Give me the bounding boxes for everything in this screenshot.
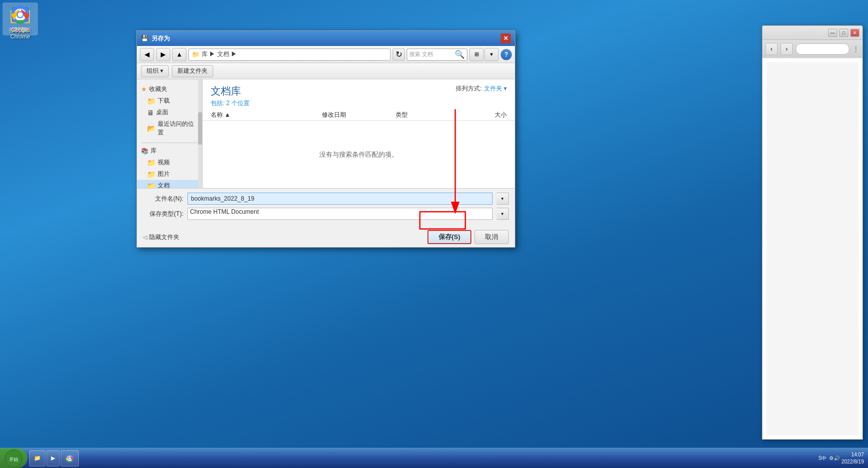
dialog-title-left: 💾 另存为 [141,34,170,43]
help-button[interactable]: ? [501,49,512,60]
file-list: 没有与搜索条件匹配的项。 [203,121,515,188]
filetype-row: 保存类型(T): Chrome HTML Document ▾ [143,208,509,220]
filetype-label: 保存类型(T): [143,210,183,218]
chrome-maximize-btn[interactable]: □ [839,29,848,37]
file-columns: 名称 ▲ 修改日期 类型 大小 [203,110,515,121]
new-folder-label: 新建文件夹 [177,67,208,75]
sidebar: ★ 收藏夹 📁 下载 🖥 桌面 📂 最近访问的位置 [137,79,203,188]
sidebar-item-documents[interactable]: 📁 文档 [137,180,202,188]
dialog-close-button[interactable]: ✕ [501,33,511,43]
address-bar: 📁 库 ▶ 文档 ▶ [188,49,391,61]
chrome-back-btn[interactable]: ‹ [765,43,778,55]
taskbar-clock: 14:07 2022/8/19 [842,451,864,465]
sidebar-item-recent[interactable]: 📂 最近访问的位置 [137,118,202,138]
svg-point-27 [18,12,23,17]
tray-lang: S中 [818,455,827,462]
taskbar-chrome-icon [65,454,74,463]
chrome-titlebar: — □ ✕ [762,26,862,40]
sidebar-separator [141,143,198,143]
desktop: ns 计算机 [0,0,868,468]
desktop-icon-chrome-label: Google Chrome [5,27,36,40]
chrome-forward-btn[interactable]: › [781,43,793,55]
organize-label: 组织 ▾ [147,67,163,75]
filename-input[interactable] [187,193,493,205]
filename-dropdown[interactable]: ▾ [497,193,509,205]
col-type-header[interactable]: 类型 [396,111,470,119]
sidebar-item-download[interactable]: 📁 下载 [137,95,202,107]
chrome-address-bar[interactable] [796,43,849,55]
library-icon: 📚 [141,148,149,155]
taskbar: 开始 📁 ▶ S中 [0,448,868,468]
cancel-button[interactable]: 取消 [474,230,509,244]
sidebar-scrollbar[interactable] [198,79,202,188]
taskbar-tray: S中 ⚙🔊 14:07 2022/8/19 [814,451,868,465]
sidebar-scroll-thumb [198,112,202,145]
address-bar-folder-icon: 📁 [192,51,200,58]
sort-options: 排列方式: 文件夹 ▾ [456,84,507,93]
folder-icon: 📂 [147,124,156,132]
library-title-section: 文档库 包括: 2 个位置 [211,84,250,108]
sidebar-item-documents-label: 文档 [158,181,170,188]
view-button[interactable]: ⊞ [469,48,484,61]
favorites-header[interactable]: ★ 收藏夹 [137,83,202,95]
file-area: 文档库 包括: 2 个位置 排列方式: 文件夹 ▾ 名称 ▲ 修改日期 类型 [203,79,515,188]
toggle-icon: ◁ [143,234,147,241]
desktop-icon-chrome[interactable]: Google Chrome [3,3,38,42]
new-folder-button[interactable]: 新建文件夹 [172,65,213,77]
search-placeholder: 搜索 文档 [409,51,453,58]
view-options: ⊞ ▾ [469,48,499,61]
chrome-content-area [762,58,862,439]
libraries-label: 库 [151,147,157,155]
empty-message: 没有与搜索条件匹配的项。 [319,150,398,159]
clock-date: 2022/8/19 [842,458,864,465]
chrome-close-btn[interactable]: ✕ [850,29,859,37]
col-date-header[interactable]: 修改日期 [322,111,396,119]
sidebar-item-recent-label: 最近访问的位置 [158,120,198,137]
nav-back-button[interactable]: ◀ [140,48,154,61]
col-name-header[interactable]: 名称 ▲ [211,111,322,119]
hide-folders-toggle[interactable]: ◁ 隐藏文件夹 [143,233,179,242]
taskbar-item-media[interactable]: ▶ [46,450,60,466]
nav-forward-button[interactable]: ▶ [156,48,170,61]
search-icon[interactable]: 🔍 [455,50,465,59]
folder-icon: 📁 [147,97,156,105]
chrome-minimize-btn[interactable]: — [828,29,837,37]
col-size-header[interactable]: 大小 [470,111,507,119]
libraries-header[interactable]: 📚 库 [137,145,202,157]
chrome-menu-btn[interactable]: ⋮ [852,45,859,53]
address-bar-text: 库 ▶ 文档 ▶ [202,50,237,59]
taskbar-media-icon: ▶ [51,455,55,461]
chrome-icon [10,5,30,25]
sidebar-item-video-label: 视频 [158,158,170,167]
view-dropdown-button[interactable]: ▾ [485,48,499,61]
save-as-dialog: 💾 另存为 ✕ ◀ ▶ ▲ 📁 库 ▶ 文档 ▶ ↻ 搜索 文档 🔍 ⊞ ▾ ? [136,30,515,248]
folder-icon: 📁 [147,159,156,167]
filetype-select[interactable]: Chrome HTML Document [187,208,493,220]
folder-icon: 🖥 [147,109,154,117]
svg-point-36 [69,457,71,459]
taskbar-start-button[interactable]: 开始 [0,448,27,468]
taskbar-folder-icon: 📁 [34,455,41,461]
sort-link[interactable]: 文件夹 ▾ [484,84,507,93]
taskbar-item-folder[interactable]: 📁 [29,450,45,466]
refresh-button[interactable]: ↻ [393,49,405,61]
sidebar-item-pictures[interactable]: 📁 图片 [137,168,202,180]
sidebar-item-download-label: 下载 [158,97,170,105]
library-subtitle[interactable]: 包括: 2 个位置 [211,100,250,107]
filetype-dropdown[interactable]: ▾ [497,208,509,220]
file-header: 文档库 包括: 2 个位置 排列方式: 文件夹 ▾ [203,79,515,110]
dialog-bottom: 文件名(N): ▾ 保存类型(T): Chrome HTML Document … [137,188,515,227]
taskbar-item-chrome[interactable] [61,450,79,466]
libraries-section: 📚 库 📁 视频 📁 图片 📁 文档 [137,145,202,188]
svg-text:开始: 开始 [9,457,18,462]
organize-button[interactable]: 组织 ▾ [141,65,169,77]
dialog-toolbar: ◀ ▶ ▲ 📁 库 ▶ 文档 ▶ ↻ 搜索 文档 🔍 ⊞ ▾ ? [137,46,515,63]
nav-up-button[interactable]: ▲ [172,48,186,61]
sidebar-item-video[interactable]: 📁 视频 [137,157,202,168]
search-box: 搜索 文档 🔍 [407,49,467,61]
library-title: 文档库 [211,84,250,98]
sidebar-item-desktop[interactable]: 🖥 桌面 [137,107,202,118]
filename-label: 文件名(N): [143,195,183,203]
save-button[interactable]: 保存(S) [427,230,471,244]
favorites-label: 收藏夹 [149,85,167,93]
